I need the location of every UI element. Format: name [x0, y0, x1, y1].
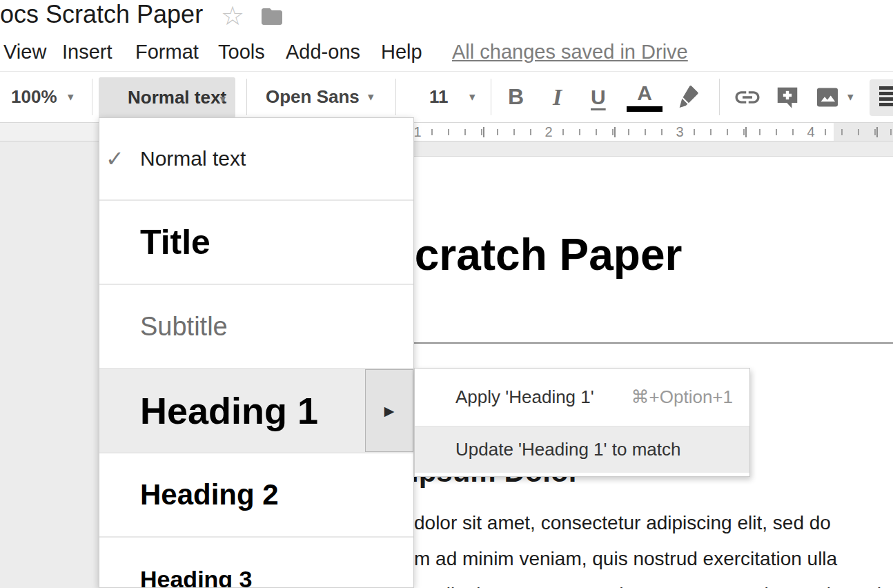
style-option-subtitle[interactable]: Subtitle: [99, 285, 413, 368]
update-heading-1-item[interactable]: Update 'Heading 1' to match: [415, 427, 749, 473]
style-option-normal-text[interactable]: ✓ Normal text: [99, 118, 413, 199]
body-text-line[interactable]: dolor sit amet, consectetur adipiscing e…: [414, 511, 831, 535]
style-option-label: Heading 1: [140, 389, 318, 432]
document-title-text[interactable]: Scratch Paper: [385, 229, 682, 280]
paragraph-style-menu: ✓ Normal text Title Subtitle Heading 1 ▶…: [99, 117, 414, 588]
star-icon[interactable]: ☆: [221, 1, 244, 31]
zoom-caret[interactable]: ▾: [68, 72, 74, 122]
apply-heading-1-label: Apply 'Heading 1': [455, 386, 594, 408]
insert-comment-button[interactable]: [774, 72, 801, 122]
zoom-select[interactable]: 100%: [11, 72, 57, 122]
style-option-label: Normal text: [140, 147, 246, 170]
bold-button[interactable]: B: [508, 72, 524, 122]
underline-button[interactable]: U: [591, 72, 606, 122]
bold-icon: B: [508, 84, 524, 110]
heading-1-submenu-arrow[interactable]: ▶: [365, 369, 413, 452]
menu-addons[interactable]: Add-ons: [286, 38, 360, 66]
comment-icon: [774, 84, 801, 110]
paragraph-style-select[interactable]: Normal text ▾: [99, 77, 235, 118]
style-option-heading-2[interactable]: Heading 2: [99, 453, 413, 536]
paint-format-button[interactable]: [675, 72, 703, 122]
menu-format[interactable]: Format: [135, 38, 199, 66]
save-status-link[interactable]: All changes saved in Drive: [452, 38, 688, 66]
check-icon: ✓: [106, 146, 124, 172]
align-button[interactable]: [870, 79, 893, 116]
font-size-value: 11: [429, 86, 449, 108]
body-text-line[interactable]: ut aliquip ex ea commodo consequat. Duis…: [414, 583, 893, 588]
menu-insert[interactable]: Insert: [62, 38, 112, 66]
style-option-label: Heading 2: [140, 478, 279, 511]
font-select[interactable]: Open Sans: [266, 72, 360, 122]
link-icon: [733, 83, 762, 112]
top-bar: Docs Scratch Paper ☆ View Insert Format …: [0, 0, 893, 71]
style-option-heading-3[interactable]: Heading 3: [99, 538, 413, 588]
caret-down-icon: ▾: [368, 90, 374, 104]
document-name-field[interactable]: Docs Scratch Paper: [0, 0, 203, 29]
menu-view[interactable]: View: [3, 38, 46, 66]
insert-link-button[interactable]: [733, 72, 762, 122]
toolbar-separator: [92, 79, 92, 115]
caret-down-icon: ▾: [847, 90, 854, 104]
style-option-label: Title: [140, 222, 210, 262]
style-option-heading-1[interactable]: Heading 1 ▶: [99, 369, 413, 452]
style-option-label: Heading 3: [140, 566, 252, 588]
ruler-half-tick: [483, 127, 484, 137]
underline-icon: U: [591, 86, 606, 109]
insert-image-caret[interactable]: ▾: [847, 72, 854, 122]
caret-down-icon: ▾: [219, 92, 226, 106]
ruler-mark-3: 3: [672, 124, 687, 139]
align-icon: [879, 86, 893, 106]
toolbar-separator: [395, 79, 396, 115]
caret-down-icon: ▾: [469, 90, 475, 104]
ruler-mark-4: 4: [803, 124, 818, 139]
insert-image-button[interactable]: [814, 72, 841, 122]
ruler-mark-2: 2: [541, 124, 556, 139]
zoom-value: 100%: [11, 86, 57, 108]
style-option-title[interactable]: Title: [99, 201, 413, 284]
apply-heading-1-item[interactable]: Apply 'Heading 1' ⌘+Option+1: [415, 369, 749, 426]
toolbar-separator: [719, 79, 720, 115]
image-icon: [814, 84, 841, 110]
ruler-half-tick: [745, 127, 747, 137]
submenu-arrow-icon: ▶: [384, 403, 395, 419]
body-text-line[interactable]: m ad minim veniam, quis nostrud exercita…: [414, 547, 837, 571]
toolbar: 100% ▾ Normal text ▾ Open Sans ▾ 11 ▾ B …: [0, 71, 893, 123]
menu-tools[interactable]: Tools: [218, 38, 265, 66]
update-heading-1-label: Update 'Heading 1' to match: [455, 439, 680, 460]
caret-down-icon: ▾: [68, 90, 74, 104]
text-color-swatch: [627, 106, 663, 112]
style-option-label: Subtitle: [140, 312, 228, 342]
heading-1-submenu: Apply 'Heading 1' ⌘+Option+1 Update 'Hea…: [414, 368, 750, 477]
menu-help[interactable]: Help: [381, 38, 422, 66]
font-size-select[interactable]: 11: [429, 72, 449, 122]
text-color-icon: A: [637, 82, 652, 104]
italic-icon: I: [553, 84, 562, 110]
horizontal-rule: [384, 342, 893, 344]
ruler-half-tick: [876, 127, 878, 137]
ruler-half-tick: [614, 127, 616, 137]
paragraph-style-value: Normal text: [128, 87, 226, 108]
apply-heading-1-shortcut: ⌘+Option+1: [631, 386, 733, 408]
toolbar-separator: [491, 79, 491, 115]
google-docs-window: Scratch Paper Lorem Ipsum Dolor dolor si…: [0, 0, 893, 588]
font-value: Open Sans: [266, 86, 360, 108]
font-size-caret[interactable]: ▾: [469, 72, 475, 122]
text-color-button[interactable]: A: [627, 72, 663, 122]
paint-format-icon: [675, 84, 703, 111]
toolbar-separator: [246, 79, 247, 115]
folder-icon[interactable]: [259, 4, 284, 29]
italic-button[interactable]: I: [553, 72, 562, 122]
menu-bar: View Insert Format Tools Add-ons Help Al…: [0, 38, 893, 66]
font-caret[interactable]: ▾: [368, 72, 374, 122]
